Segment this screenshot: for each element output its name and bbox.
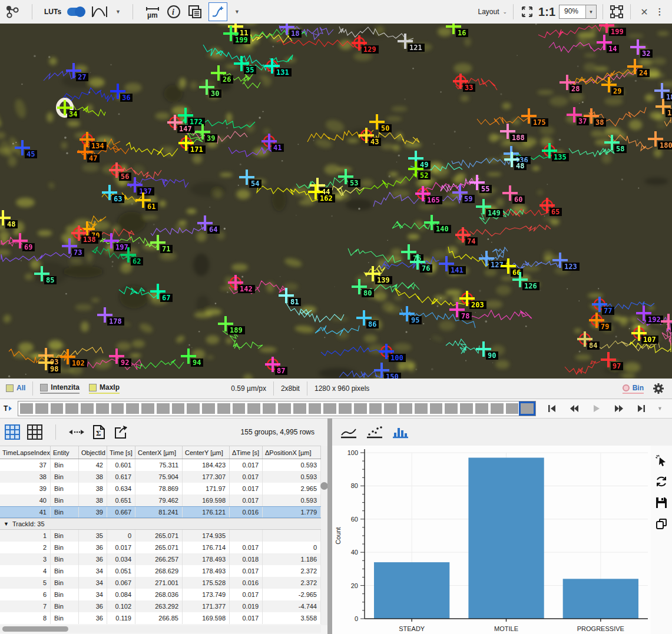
display-curve-icon[interactable] <box>91 3 108 21</box>
first-frame-button[interactable] <box>544 400 560 417</box>
bar-chart-icon[interactable] <box>392 423 409 441</box>
time-segment[interactable] <box>233 403 246 414</box>
previous-frame-button[interactable] <box>567 400 582 417</box>
refresh-chart-icon[interactable] <box>655 475 668 488</box>
time-segment[interactable] <box>51 403 64 414</box>
flat-table-view-icon[interactable] <box>27 423 42 441</box>
region-tool-icon[interactable] <box>609 3 624 21</box>
export-table-icon[interactable] <box>114 423 129 441</box>
time-segment[interactable] <box>247 403 260 414</box>
scatter-chart-icon[interactable] <box>366 423 383 441</box>
time-segment[interactable] <box>187 403 200 414</box>
statistics-export-icon[interactable]: Σ <box>91 423 107 441</box>
playback-options-arrow[interactable]: ▼ <box>657 406 663 411</box>
gear-icon[interactable] <box>651 380 666 397</box>
next-frame-button[interactable] <box>611 400 627 417</box>
time-segment[interactable] <box>309 403 322 414</box>
time-segment[interactable] <box>217 403 230 414</box>
zoom-level-select[interactable]: 90% ▼ <box>559 5 597 19</box>
channel-all-checkbox[interactable]: All <box>6 384 25 393</box>
more-options-icon[interactable]: ⋮ <box>652 3 667 21</box>
column-header[interactable]: Time [s] <box>107 446 135 459</box>
time-segment[interactable] <box>293 403 306 414</box>
time-segment[interactable] <box>323 403 336 414</box>
table-row[interactable]: 1Bin350265.071174.935 <box>0 530 321 542</box>
spline-tool-button[interactable] <box>208 2 227 21</box>
image-viewport[interactable]: 2711199181612112919914322435131263036332… <box>0 24 672 379</box>
fit-columns-icon[interactable] <box>69 423 84 441</box>
time-segment[interactable] <box>20 403 33 414</box>
table-horizontal-scrollbar[interactable] <box>0 625 321 633</box>
time-segment-current[interactable] <box>521 403 534 414</box>
time-segment[interactable] <box>399 403 412 414</box>
save-chart-icon[interactable] <box>655 496 668 509</box>
table-header-row[interactable]: TimeLapseIndexEntityObjectIdTime [s]Cent… <box>0 446 321 459</box>
bin-channel-radio[interactable]: Bin <box>623 384 644 394</box>
time-segment[interactable] <box>35 403 48 414</box>
fit-to-view-icon[interactable] <box>519 3 535 21</box>
column-header[interactable]: ΔPositionX [µm] <box>263 446 321 459</box>
table-row[interactable]: 4Bin340.051268.629178.4930.0172.372 <box>0 565 321 577</box>
table-row[interactable]: 8Bin360.119266.85169.5980.0173.558 <box>0 612 321 624</box>
scale-bar-icon[interactable]: µm <box>145 3 160 21</box>
time-segment[interactable] <box>202 403 215 414</box>
copy-chart-icon[interactable] <box>655 517 668 530</box>
layout-dropdown[interactable]: Layout ⌄ <box>478 3 508 21</box>
table-row[interactable]: 37Bin420.60175.311184.4230.0170.593 <box>0 459 321 471</box>
table-row[interactable]: 5Bin340.067271.001175.5280.0162.372 <box>0 577 321 589</box>
table-row[interactable]: 6Bin340.084268.036173.7490.017-2.965 <box>0 589 321 600</box>
info-icon[interactable]: i <box>166 3 181 21</box>
time-segment[interactable] <box>354 403 367 414</box>
horizontal-scroll-thumb[interactable] <box>2 626 68 632</box>
luts-toggle[interactable] <box>67 8 85 16</box>
table-row[interactable]: 40Bin380.65179.462169.5980.0170.593 <box>0 494 321 506</box>
column-header[interactable]: CenterY [µm] <box>183 446 230 459</box>
collapse-arrow-icon[interactable]: ▼ <box>4 521 9 527</box>
workflow-nodes-icon[interactable] <box>5 3 20 21</box>
zoom-one-to-one-button[interactable]: 1:1 <box>538 3 555 21</box>
time-segment[interactable] <box>111 403 124 414</box>
time-segment[interactable] <box>445 403 458 414</box>
group-header-row[interactable]: ▼TrackId: 35 <box>0 518 321 530</box>
interactive-select-icon[interactable] <box>655 454 668 467</box>
time-segment[interactable] <box>81 403 94 414</box>
channel-maxip-checkbox[interactable]: MaxIp <box>89 383 120 394</box>
table-vertical-scrollbar[interactable] <box>321 446 327 625</box>
time-segment[interactable] <box>430 403 443 414</box>
time-segment[interactable] <box>65 403 78 414</box>
time-segment[interactable] <box>141 403 154 414</box>
time-segment[interactable] <box>475 403 488 414</box>
time-segment[interactable] <box>157 403 170 414</box>
time-segment[interactable] <box>415 403 428 414</box>
display-curve-dropdown-arrow[interactable]: ▼ <box>115 9 121 15</box>
column-header[interactable]: Entity <box>51 446 79 459</box>
grouped-table-view-icon[interactable] <box>5 423 20 441</box>
measurement-table[interactable]: TimeLapseIndexEntityObjectIdTime [s]Cent… <box>0 446 321 624</box>
annotations-panel-icon[interactable] <box>187 3 203 21</box>
table-row[interactable]: 39Bin380.63478.869171.970.0172.965 <box>0 483 321 494</box>
column-header[interactable]: TimeLapseIndex <box>0 446 51 459</box>
time-segment[interactable] <box>339 403 352 414</box>
time-segment[interactable] <box>96 403 109 414</box>
time-segment[interactable] <box>506 403 519 414</box>
time-segment[interactable] <box>460 403 473 414</box>
column-header[interactable]: ΔTime [s] <box>230 446 263 459</box>
table-row[interactable]: 3Bin360.034266.257178.4930.0181.186 <box>0 553 321 565</box>
channel-intenzita-checkbox[interactable]: Intenzita <box>40 383 80 394</box>
panel-splitter[interactable] <box>327 419 332 634</box>
column-header[interactable]: ObjectId <box>79 446 107 459</box>
table-row-selected[interactable]: 41Bin390.66781.241176.1210.0161.779 <box>0 506 321 518</box>
play-button[interactable] <box>589 400 604 417</box>
time-segment[interactable] <box>384 403 397 414</box>
time-segment[interactable] <box>278 403 291 414</box>
time-segment[interactable] <box>491 403 504 414</box>
table-row[interactable]: 38Bin380.61775.904177.3070.0170.593 <box>0 471 321 483</box>
close-icon[interactable]: ✕ <box>637 3 652 21</box>
column-header[interactable]: CenterX [µm] <box>135 446 183 459</box>
time-segment[interactable] <box>369 403 382 414</box>
last-frame-button[interactable] <box>634 400 649 417</box>
time-segment[interactable] <box>263 403 276 414</box>
time-segment[interactable] <box>172 403 185 414</box>
table-row[interactable]: 2Bin360.017265.071176.7140.0170 <box>0 542 321 553</box>
zoom-level-dropdown-arrow[interactable]: ▼ <box>585 5 596 18</box>
